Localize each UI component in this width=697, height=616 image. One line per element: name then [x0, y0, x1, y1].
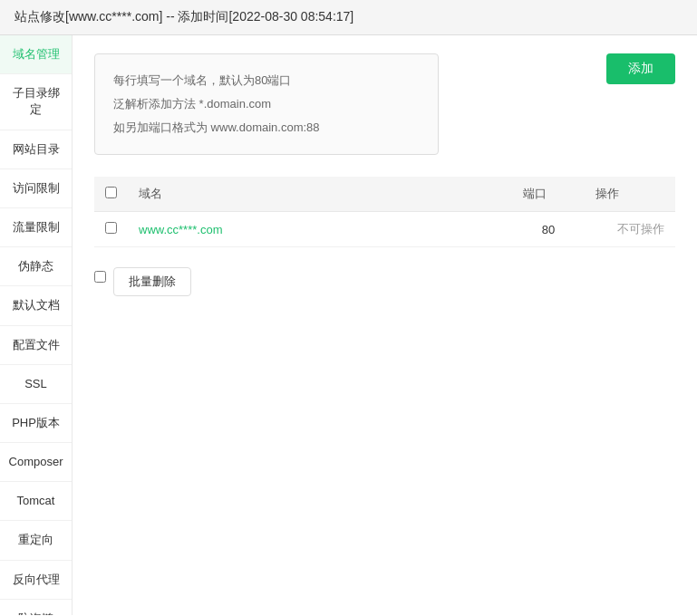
header-checkbox-col: [94, 177, 128, 212]
batch-section: 批量删除: [94, 256, 675, 296]
main-content: 每行填写一个域名，默认为80端口 泛解析添加方法 *.domain.com 如另…: [73, 35, 697, 615]
header-port: 端口: [512, 177, 585, 212]
sidebar-item-13[interactable]: 反向代理: [0, 561, 72, 600]
sidebar-item-2[interactable]: 网站目录: [0, 130, 72, 169]
sidebar-item-0[interactable]: 域名管理: [0, 35, 72, 74]
title-bar: 站点修改[www.cc****.com] -- 添加时间[2022-08-30 …: [0, 0, 697, 35]
sidebar-item-8[interactable]: SSL: [0, 365, 72, 404]
batch-checkbox[interactable]: [94, 271, 106, 283]
header-op: 操作: [585, 177, 675, 212]
sidebar-item-3[interactable]: 访问限制: [0, 169, 72, 208]
domain-link-0[interactable]: www.cc****.com: [139, 223, 222, 236]
table-section: 域名 端口 操作 www.cc****.com80不可操作 批量删除: [94, 177, 675, 296]
sidebar-item-4[interactable]: 流量限制: [0, 208, 72, 247]
sidebar-item-10[interactable]: Composer: [0, 443, 72, 482]
op-cell-0: 不可操作: [585, 212, 675, 247]
sidebar-item-14[interactable]: 防盗链: [0, 600, 72, 615]
sidebar-item-7[interactable]: 配置文件: [0, 326, 72, 365]
title-text: 站点修改[www.cc****.com] -- 添加时间[2022-08-30 …: [15, 9, 353, 24]
sidebar-item-1[interactable]: 子目录绑定: [0, 74, 72, 130]
sidebar-item-9[interactable]: PHP版本: [0, 404, 72, 443]
sidebar-item-11[interactable]: Tomcat: [0, 482, 72, 521]
row-checkbox-0[interactable]: [105, 222, 117, 234]
add-button[interactable]: 添加: [606, 53, 675, 84]
sidebar-item-5[interactable]: 伪静态: [0, 247, 72, 286]
info-line-2: 泛解析添加方法 *.domain.com: [113, 92, 420, 116]
table-row: www.cc****.com80不可操作: [94, 212, 675, 247]
table-header-row: 域名 端口 操作: [94, 177, 675, 212]
top-section: 每行填写一个域名，默认为80端口 泛解析添加方法 *.domain.com 如另…: [94, 53, 675, 155]
domain-table: 域名 端口 操作 www.cc****.com80不可操作: [94, 177, 675, 247]
select-all-checkbox[interactable]: [105, 187, 117, 198]
info-line-1: 每行填写一个域名，默认为80端口: [113, 69, 420, 92]
header-domain: 域名: [128, 177, 512, 212]
info-box: 每行填写一个域名，默认为80端口 泛解析添加方法 *.domain.com 如另…: [94, 53, 439, 155]
batch-delete-button[interactable]: 批量删除: [113, 267, 191, 296]
sidebar-item-12[interactable]: 重定向: [0, 521, 72, 560]
port-cell-0: 80: [512, 212, 585, 247]
sidebar: 域名管理子目录绑定网站目录访问限制流量限制伪静态默认文档配置文件SSLPHP版本…: [0, 35, 73, 615]
sidebar-item-6[interactable]: 默认文档: [0, 286, 72, 325]
info-line-3: 如另加端口格式为 www.domain.com:88: [113, 116, 420, 140]
